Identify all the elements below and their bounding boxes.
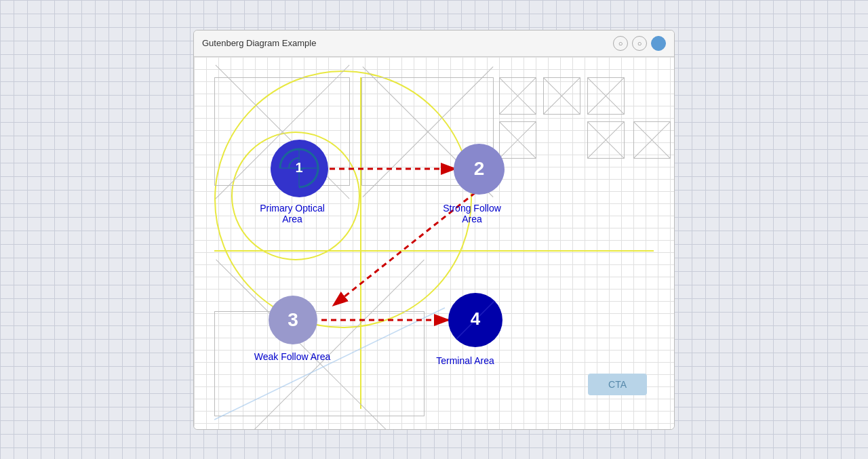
area-3-number: 3	[288, 309, 298, 331]
area-circle-3: 3	[269, 296, 317, 344]
wire-box-tr2	[543, 77, 580, 115]
label-area2: Strong Follow Area	[435, 203, 509, 224]
diagram-area: 1 Primary Optical Area 2 Strong Follow A…	[194, 57, 674, 429]
label-area1: Primary Optical Area	[255, 203, 330, 224]
wire-box-tr5	[587, 121, 625, 159]
area-2-number: 2	[474, 158, 485, 180]
window-button-1[interactable]: ○	[613, 36, 628, 51]
svg-text:4: 4	[471, 308, 481, 329]
window-button-3[interactable]	[651, 36, 666, 51]
wire-box-tr6	[633, 121, 671, 159]
wire-box-tr3	[587, 77, 625, 115]
application-window: Gutenberg Diagram Example ○ ○	[193, 30, 675, 430]
wire-box-bottom	[214, 311, 425, 416]
area-circle-1: 1	[271, 140, 328, 197]
area-circle-2: 2	[454, 144, 505, 195]
svg-text:1: 1	[295, 160, 302, 175]
golden-hline	[214, 250, 654, 252]
window-controls: ○ ○	[613, 36, 666, 51]
cta-button[interactable]: CTA	[588, 374, 647, 395]
window-title: Gutenberg Diagram Example	[202, 38, 316, 48]
label-area4: Terminal Area	[428, 355, 502, 366]
title-bar: Gutenberg Diagram Example ○ ○	[194, 31, 674, 57]
wire-box-tr1	[499, 77, 536, 115]
wire-box-tr4	[499, 121, 536, 159]
window-button-2[interactable]: ○	[632, 36, 647, 51]
area-circle-4: 4	[448, 293, 502, 347]
label-area3: Weak Follow Area	[248, 351, 336, 362]
